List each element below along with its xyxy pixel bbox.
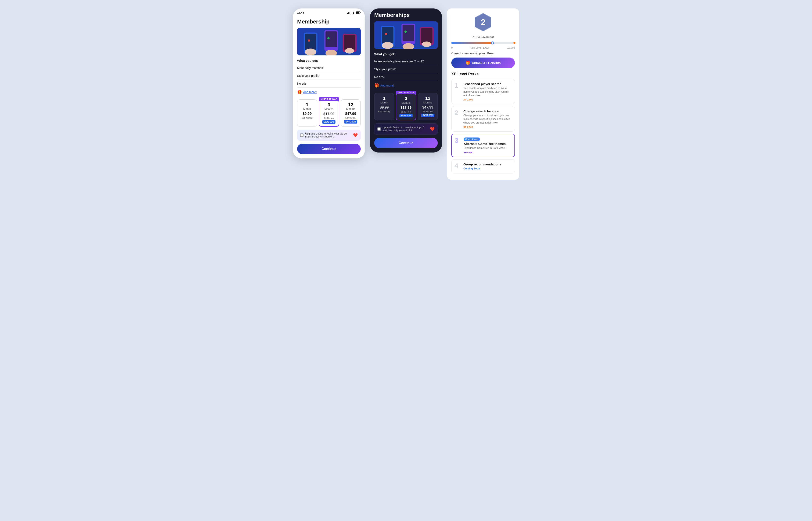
svg-rect-6: [356, 12, 359, 14]
xp-max: 100,000: [506, 47, 515, 49]
perk-number-2: 2: [454, 109, 461, 116]
perk-desc-1: See people who are predicted to like a g…: [463, 87, 512, 97]
time-display: 15.48: [297, 11, 304, 14]
phone-content-light: Membership: [293, 15, 365, 158]
membership-label: Current membership plan:: [451, 52, 486, 55]
xp-bar-wrapper: [451, 40, 515, 46]
xp-dot-progress: [491, 42, 494, 44]
benefit-item-2: Style your profile: [297, 72, 361, 80]
svg-rect-22: [382, 27, 393, 43]
perk-info-4: Group recommendations Coming Soon: [463, 162, 512, 171]
heart-icon-dark: ❤️: [430, 127, 434, 131]
phone-content-dark: Memberships: [370, 8, 442, 153]
svg-rect-12: [325, 31, 337, 47]
price-card-dark-3months[interactable]: MOST POPULAR 3 Months $17.99 $5.99 / mo.…: [396, 93, 416, 120]
save-badge-3months: SAVE 33%: [322, 120, 335, 124]
svg-point-19: [327, 37, 329, 39]
page-title-dark: Memberships: [374, 12, 438, 18]
xp-min: 0: [451, 47, 453, 49]
benefit-item-dark-3: No ads: [374, 73, 438, 81]
price-card-3months[interactable]: MOST POPULAR 3 Months $17.99 $5.99 / mo.…: [319, 99, 339, 127]
perk-number-3: 3: [455, 137, 461, 144]
svg-rect-2: [349, 12, 349, 14]
hero-image: [297, 28, 361, 55]
svg-point-17: [345, 48, 354, 53]
svg-point-15: [305, 49, 316, 55]
svg-point-18: [308, 39, 310, 42]
unlock-all-benefits-button[interactable]: 🎁 Unlock All Benefits: [451, 58, 515, 68]
price-card-12months[interactable]: 12 Months $47.99 $3.99 / mo. SAVE 60%: [341, 99, 361, 127]
upgrade-text-dark: Upgrade Dating to reveal your top 10 mat…: [383, 126, 428, 132]
svg-point-29: [422, 42, 431, 47]
upgrade-checkbox[interactable]: [300, 134, 303, 137]
gift-icon-dark: 🎁: [374, 83, 379, 88]
svg-point-31: [404, 30, 407, 33]
perk-xp-badge-3: XP 5,000: [464, 151, 511, 154]
upgrade-checkbox-dark[interactable]: [378, 127, 381, 131]
perk-title-3: Alternate GameTree themes: [464, 142, 511, 145]
svg-rect-0: [347, 13, 348, 14]
hero-illustration: [297, 28, 361, 55]
benefit-item-more-dark: 🎁 And more!: [374, 81, 438, 90]
perk-card-3: 3 Current level Alternate GameTree theme…: [451, 134, 515, 157]
heart-icon: ❤️: [353, 133, 358, 137]
save-badge-dark-12months: SAVE 60%: [421, 114, 434, 117]
phone-dark: Memberships: [370, 8, 442, 153]
svg-rect-14: [344, 35, 355, 50]
svg-rect-24: [403, 25, 414, 41]
perk-info-2: Change search location Change your searc…: [463, 109, 512, 128]
what-you-get-label-dark: What you get:: [374, 52, 438, 56]
svg-point-30: [385, 33, 387, 35]
continue-button-dark[interactable]: Continue: [374, 138, 438, 148]
popular-badge-dark: MOST POPULAR: [396, 91, 416, 94]
hero-illustration-dark: [374, 21, 438, 49]
perk-desc-3: Experience GameTree in Dark Mode.: [464, 146, 511, 150]
membership-row: Current membership plan: Free: [451, 52, 515, 55]
xp-next-level: Next Level: 1,752: [470, 47, 489, 49]
svg-rect-1: [348, 12, 349, 14]
status-bar-light: 15.48: [293, 8, 365, 15]
benefit-item-1: More daily matches!: [297, 64, 361, 72]
svg-rect-10: [305, 33, 316, 50]
hero-image-dark: [374, 21, 438, 49]
pricing-row: 1 Month $9.99 Paid monthly MOST POPULAR …: [297, 99, 361, 127]
perk-title-2: Change search location: [463, 109, 512, 113]
perk-title-1: Broadened player search: [463, 82, 512, 86]
benefit-item-dark-1: Increase daily player matches 2 → 12: [374, 58, 438, 65]
signal-icon: [347, 11, 351, 14]
price-card-dark-12months[interactable]: 12 Months $47.99 $3.99 / mo. SAVE 60%: [418, 93, 438, 120]
perk-desc-4: Coming Soon: [463, 167, 512, 171]
xp-scale: 0 Next Level: 1,752 100,000: [451, 47, 515, 49]
popular-badge: MOST POPULAR: [319, 97, 339, 101]
gift-icon: 🎁: [297, 90, 302, 94]
perk-xp-badge-1: XP 1,000: [463, 98, 512, 101]
battery-icon: [356, 12, 361, 14]
pricing-row-dark: 1 Month $9.99 Paid monthly MOST POPULAR …: [374, 93, 438, 120]
price-card-1month[interactable]: 1 Month $9.99 Paid monthly: [297, 99, 317, 127]
wifi-icon: [352, 12, 355, 14]
right-panel-content: 2 XP: 3,247/5,000 0 Next Level: 1,752 10…: [447, 8, 519, 180]
perk-number-1: 1: [454, 82, 461, 89]
right-panel: 2 XP: 3,247/5,000 0 Next Level: 1,752 10…: [447, 8, 519, 180]
upgrade-row: Upgrade Dating to reveal your top 10 mat…: [297, 130, 361, 141]
continue-button[interactable]: Continue: [297, 144, 361, 154]
benefit-item-more: 🎁 And more!: [297, 88, 361, 96]
status-icons: [347, 11, 361, 14]
svg-point-27: [382, 42, 393, 49]
perk-title-4: Group recommendations: [463, 162, 512, 166]
save-badge-dark-3months: SAVE 33%: [400, 114, 412, 117]
benefit-item-dark-2: Style your profile: [374, 65, 438, 73]
xp-label: XP: 3,247/5,000: [451, 35, 515, 39]
upgrade-text: Upgrade Dating to reveal your top 10 mat…: [305, 132, 351, 138]
svg-rect-7: [360, 12, 361, 13]
unlock-gift-icon: 🎁: [466, 61, 470, 65]
membership-plan: Free: [487, 52, 494, 55]
perk-desc-2: Change your search location so you can m…: [463, 114, 512, 124]
perk-card-2: 2 Change search location Change your sea…: [451, 106, 515, 131]
upgrade-row-dark: Upgrade Dating to reveal your top 10 mat…: [374, 123, 438, 135]
price-card-dark-1month[interactable]: 1 Month $9.99 Paid monthly: [374, 93, 394, 120]
perk-card-1: 1 Broadened player search See people who…: [451, 79, 515, 104]
xp-dot-max: [513, 42, 516, 44]
perk-xp-badge-2: XP 2,500: [463, 126, 512, 129]
perk-card-4: 4 Group recommendations Coming Soon: [451, 159, 515, 174]
